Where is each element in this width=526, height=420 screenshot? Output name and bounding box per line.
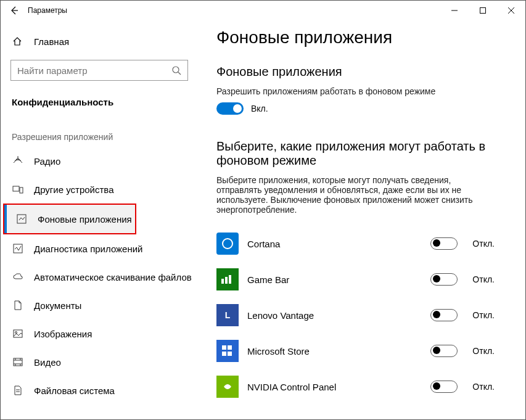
- sidebar: Главная Конфиденциальность Разрешения пр…: [1, 20, 198, 419]
- sidebar-item-label: Файловая система: [34, 385, 115, 396]
- home-label: Главная: [34, 36, 69, 47]
- titlebar: Параметры: [1, 1, 525, 20]
- apps-desc: Выберите приложения, которые могут получ…: [216, 175, 482, 215]
- store-icon: [216, 340, 239, 362]
- sidebar-item-label: Документы: [34, 300, 81, 311]
- app-toggle-cortana[interactable]: [430, 237, 458, 250]
- cloud-icon: [12, 271, 24, 283]
- sidebar-item-label: Радио: [34, 156, 60, 167]
- app-name: Microsoft Store: [247, 346, 430, 356]
- app-name: NVIDIA Control Panel: [247, 382, 430, 392]
- app-row-store: Microsoft Store Откл.: [216, 333, 501, 369]
- home-icon: [12, 36, 23, 47]
- svg-point-7: [15, 332, 17, 334]
- sidebar-item-label: Изображения: [34, 329, 92, 339]
- svg-point-1: [173, 67, 179, 73]
- app-name: Game Bar: [247, 274, 430, 285]
- apps-heading: Выберите, какие приложения могут работат…: [216, 139, 501, 168]
- svg-point-9: [223, 239, 232, 249]
- maximize-button[interactable]: [469, 1, 497, 20]
- master-heading: Фоновые приложения: [216, 65, 501, 79]
- background-apps-icon: [15, 213, 28, 225]
- close-button[interactable]: [497, 1, 525, 20]
- picture-icon: [12, 327, 24, 340]
- sidebar-item-other-devices[interactable]: Другие устройства: [1, 175, 198, 204]
- sidebar-item-radio[interactable]: Радио: [1, 147, 198, 175]
- toggle-state: Откл.: [472, 274, 495, 284]
- app-list: Cortana Откл. Game Bar Откл. L: [216, 226, 501, 405]
- filesystem-icon: [12, 384, 24, 397]
- app-row-nvidia: NVIDIA Control Panel Откл.: [216, 369, 501, 405]
- gamebar-icon: [216, 268, 239, 290]
- video-icon: [12, 356, 24, 368]
- app-toggle-gamebar[interactable]: [430, 273, 458, 286]
- master-desc: Разрешить приложениям работать в фоновом…: [216, 86, 482, 96]
- lenovo-icon: L: [216, 304, 239, 326]
- section-heading: Конфиденциальность: [1, 87, 198, 115]
- radio-icon: [12, 155, 24, 167]
- sidebar-item-label: Видео: [34, 357, 61, 368]
- svg-rect-6: [14, 330, 22, 337]
- svg-rect-11: [225, 277, 228, 284]
- toggle-state: Откл.: [472, 382, 495, 392]
- devices-icon: [12, 183, 24, 196]
- sidebar-item-app-diagnostics[interactable]: Диагностика приложений: [1, 234, 198, 263]
- document-icon: [12, 299, 24, 311]
- toggle-state: Откл.: [472, 239, 495, 249]
- sidebar-item-pictures[interactable]: Изображения: [1, 319, 198, 348]
- window-title: Параметры: [28, 6, 440, 15]
- master-toggle[interactable]: [216, 102, 244, 115]
- svg-rect-2: [13, 186, 19, 191]
- app-row-lenovo: L Lenovo Vantage Откл.: [216, 297, 501, 333]
- app-name: Lenovo Vantage: [247, 310, 430, 321]
- svg-rect-12: [229, 275, 231, 284]
- app-name: Cortana: [247, 239, 430, 249]
- svg-rect-8: [14, 358, 22, 366]
- app-toggle-store[interactable]: [430, 345, 458, 357]
- svg-rect-10: [221, 279, 224, 284]
- nvidia-icon: [216, 376, 239, 398]
- app-toggle-nvidia[interactable]: [430, 381, 458, 393]
- sidebar-item-label: Автоматическое скачивание файлов: [34, 272, 192, 282]
- subsection-heading: Разрешения приложений: [1, 115, 198, 147]
- diagnostics-icon: [12, 242, 24, 255]
- svg-rect-5: [14, 244, 22, 253]
- content-area: Фоновые приложения Фоновые приложения Ра…: [198, 20, 525, 419]
- toggle-state: Откл.: [472, 310, 495, 320]
- search-box[interactable]: [10, 60, 188, 81]
- sidebar-item-documents[interactable]: Документы: [1, 291, 198, 319]
- page-title: Фоновые приложения: [216, 28, 501, 47]
- highlight-box: Фоновые приложения: [3, 204, 136, 234]
- search-input[interactable]: [17, 65, 171, 76]
- search-icon: [171, 65, 181, 75]
- cortana-icon: [216, 233, 239, 255]
- sidebar-item-videos[interactable]: Видео: [1, 348, 198, 376]
- back-button[interactable]: [4, 1, 24, 20]
- toggle-state: Откл.: [472, 346, 495, 356]
- sidebar-item-label: Другие устройства: [34, 184, 113, 195]
- sidebar-item-label: Фоновые приложения: [38, 214, 132, 224]
- sidebar-item-label: Диагностика приложений: [34, 244, 142, 254]
- app-toggle-lenovo[interactable]: [430, 309, 458, 321]
- minimize-button[interactable]: [440, 1, 469, 20]
- sidebar-item-filesystem[interactable]: Файловая система: [1, 376, 198, 405]
- app-row-gamebar: Game Bar Откл.: [216, 261, 501, 297]
- master-toggle-label: Вкл.: [251, 104, 268, 113]
- sidebar-item-auto-downloads[interactable]: Автоматическое скачивание файлов: [1, 263, 198, 291]
- app-row-cortana: Cortana Откл.: [216, 226, 501, 261]
- home-nav[interactable]: Главная: [1, 29, 198, 54]
- svg-rect-3: [20, 187, 23, 193]
- svg-rect-0: [480, 8, 486, 14]
- svg-rect-4: [17, 215, 26, 223]
- sidebar-item-background-apps[interactable]: Фоновые приложения: [4, 205, 135, 233]
